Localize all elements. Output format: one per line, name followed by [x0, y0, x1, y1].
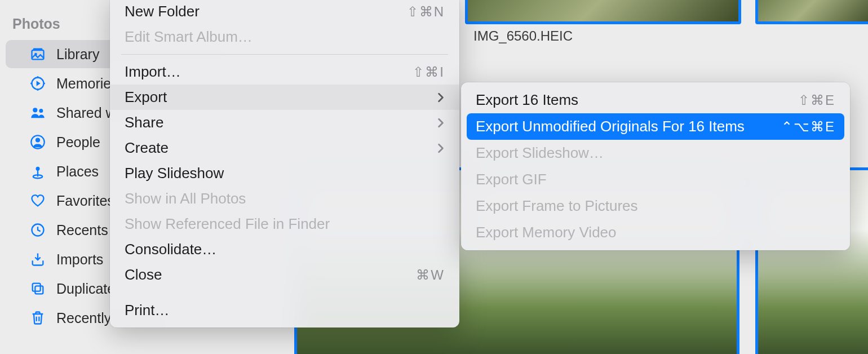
sidebar-item-label: Imports — [56, 251, 103, 268]
chevron-right-icon — [437, 143, 445, 153]
menu-shortcut: ⇧⌘E — [798, 92, 835, 108]
menu-spacer — [110, 287, 459, 298]
svg-rect-1 — [33, 48, 42, 51]
favorites-icon — [29, 192, 46, 209]
menu-item-label: Close — [125, 266, 162, 284]
menu-item-print[interactable]: Print… — [110, 298, 459, 323]
file-menu: New Folder ⇧⌘N Edit Smart Album… Import…… — [110, 0, 459, 328]
shared-icon — [29, 104, 46, 121]
sidebar-item-label: Library — [56, 46, 99, 63]
places-icon — [29, 163, 46, 180]
menu-item-label: Export — [125, 88, 167, 106]
svg-rect-13 — [35, 286, 43, 294]
library-icon — [29, 46, 46, 63]
menu-item-label: Show in All Photos — [125, 190, 246, 207]
svg-rect-12 — [33, 284, 41, 291]
menu-shortcut: ⇧⌘N — [407, 4, 445, 20]
menu-item-close[interactable]: Close ⌘W — [110, 262, 459, 287]
menu-item-new-folder[interactable]: New Folder ⇧⌘N — [110, 0, 459, 24]
menu-shortcut: ⌘W — [416, 267, 445, 283]
submenu-item-export-frame: Export Frame to Pictures — [461, 193, 850, 219]
menu-item-consolidate[interactable]: Consolidate… — [110, 237, 459, 262]
sidebar-item-label: People — [56, 134, 100, 151]
menu-item-label: Edit Smart Album… — [125, 28, 253, 46]
trash-icon — [29, 309, 46, 326]
imports-icon — [29, 251, 46, 268]
menu-item-label: Print… — [125, 302, 169, 319]
menu-item-label: Consolidate… — [125, 241, 216, 258]
people-icon — [29, 134, 46, 151]
menu-item-label: Import… — [125, 63, 181, 81]
menu-item-label: Show Referenced File in Finder — [125, 215, 330, 233]
submenu-item-export-items[interactable]: Export 16 Items ⇧⌘E — [461, 87, 850, 113]
menu-separator — [121, 54, 448, 55]
menu-item-edit-smart-album: Edit Smart Album… — [110, 24, 459, 50]
menu-item-show-referenced-file: Show Referenced File in Finder — [110, 211, 459, 237]
submenu-item-export-gif: Export GIF — [461, 166, 850, 193]
menu-shortcut: ⇧⌘I — [413, 64, 445, 80]
sidebar-item-label: Recents — [56, 222, 108, 238]
menu-item-label: Export Frame to Pictures — [476, 197, 638, 215]
menu-item-label: Export GIF — [476, 171, 547, 188]
chevron-right-icon — [437, 92, 445, 103]
menu-item-create[interactable]: Create — [110, 135, 459, 161]
menu-item-import[interactable]: Import… ⇧⌘I — [110, 59, 459, 85]
export-submenu: Export 16 Items ⇧⌘E Export Unmodified Or… — [461, 82, 850, 250]
svg-point-5 — [39, 109, 43, 113]
menu-item-label: Play Slideshow — [125, 165, 224, 182]
photo-thumbnail[interactable] — [465, 0, 741, 24]
menu-item-label: Create — [125, 139, 169, 157]
menu-item-label: Export Memory Video — [476, 224, 617, 241]
menu-item-label: Export Unmodified Originals For 16 Items — [476, 118, 745, 135]
menu-item-label: Export Slideshow… — [476, 144, 604, 162]
submenu-item-export-slideshow: Export Slideshow… — [461, 140, 850, 166]
menu-item-share[interactable]: Share — [110, 110, 459, 135]
svg-point-4 — [33, 108, 37, 112]
sidebar-item-label: Places — [56, 163, 99, 180]
menu-item-label: Share — [125, 114, 163, 131]
menu-item-label: New Folder — [125, 3, 200, 20]
sidebar-item-label: Memories — [56, 76, 118, 92]
thumbnail-caption: IMG_6560.HEIC — [473, 28, 573, 44]
submenu-item-export-unmodified[interactable]: Export Unmodified Originals For 16 Items… — [467, 113, 844, 140]
memories-icon — [29, 75, 46, 92]
duplicates-icon — [29, 280, 46, 297]
submenu-item-export-memory-video: Export Memory Video — [461, 219, 850, 246]
menu-item-play-slideshow[interactable]: Play Slideshow — [110, 161, 459, 186]
recents-icon — [29, 222, 46, 238]
svg-point-7 — [36, 138, 40, 142]
menu-item-show-in-all-photos: Show in All Photos — [110, 186, 459, 211]
sidebar-item-label: Favorites — [56, 193, 114, 209]
menu-shortcut: ⌃⌥⌘E — [781, 119, 835, 135]
photo-thumbnail[interactable] — [755, 0, 868, 24]
menu-item-label: Export 16 Items — [476, 91, 578, 109]
menu-item-export[interactable]: Export — [110, 85, 459, 110]
chevron-right-icon — [437, 118, 445, 128]
